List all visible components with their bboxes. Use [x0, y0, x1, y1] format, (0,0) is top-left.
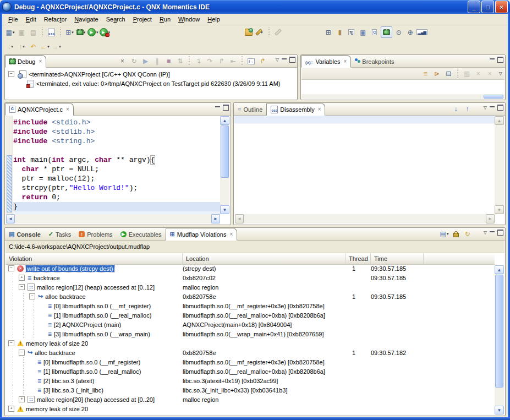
violation-row[interactable]: ≡[2] libc.so.3 (atexit)libc.so.3(atexit+… — [6, 376, 495, 385]
maximize-button[interactable]: □ — [481, 1, 494, 13]
code-area[interactable]: #include <stdio.h>#include <stdlib.h>#in… — [13, 116, 221, 215]
code-line[interactable] — [13, 146, 221, 155]
close-button[interactable]: × — [495, 1, 508, 13]
tab-debug[interactable]: Debug × — [5, 55, 46, 68]
show-type-names-icon[interactable]: ≡ — [420, 68, 431, 79]
collapse-all-icon[interactable]: ⊟ — [443, 68, 454, 79]
expander-icon[interactable]: + — [19, 275, 25, 281]
violation-row[interactable]: −∷malloc region[12] (heap) accessed at [… — [6, 282, 495, 292]
menu-file[interactable]: File — [4, 15, 22, 24]
expander-icon[interactable]: − — [8, 265, 14, 271]
back-icon[interactable]: ←▾ — [40, 41, 50, 52]
violation-row[interactable]: +∷malloc region[20] (heap) accessed at [… — [6, 395, 495, 404]
expander-icon[interactable]: + — [8, 406, 14, 412]
gather-memory-icon[interactable]: ▥ — [462, 68, 472, 79]
minimize-view-icon[interactable] — [282, 58, 287, 61]
resume-icon[interactable]: ▶ — [140, 56, 151, 67]
tab-disassembly[interactable]: Disassembly × — [266, 103, 325, 116]
column-location[interactable]: Location — [183, 253, 346, 264]
svn-perspective-icon[interactable]: ▮ — [334, 27, 345, 37]
code-line[interactable]: #include <stdio.h> — [13, 118, 221, 127]
menu-edit[interactable]: Edit — [22, 15, 40, 24]
debug-launch-icon[interactable]: ▾ — [76, 27, 86, 37]
print-icon[interactable]: ▤ — [28, 27, 39, 37]
editor-vscrollbar[interactable]: ▲ ▼ — [220, 116, 229, 214]
save-icon[interactable]: ▣ — [17, 27, 27, 37]
violation-row[interactable]: ≡[3] libc.so.3 (_init_libc)libc.so.3(_in… — [6, 385, 495, 395]
refresh-icon[interactable]: ↻ — [462, 229, 473, 239]
terminate-icon[interactable]: ■ — [163, 56, 174, 67]
code-line[interactable]: char * ptr = NULL; — [13, 165, 221, 174]
violation-row[interactable]: ≡[3] libmudflapth.so.0 (__wrap_main)libm… — [6, 329, 495, 339]
view-menu-icon[interactable]: ▽ — [484, 230, 487, 235]
violation-row[interactable]: ≡[1] libmudflapth.so.0 (__real_malloc)li… — [6, 367, 495, 376]
column-violation[interactable]: Violation — [6, 253, 183, 264]
forward-icon[interactable]: →▾ — [51, 41, 62, 52]
violation-row[interactable]: +!memory leak of size 20 — [6, 404, 495, 413]
violation-row[interactable]: ≡[2] AQNXCProject (main)AQNXCProject(mai… — [6, 320, 495, 329]
menu-navigate[interactable]: Navigate — [70, 15, 102, 24]
scrollbar-thumb[interactable] — [495, 275, 503, 388]
suspend-icon[interactable]: ∥ — [152, 56, 162, 67]
scroll-left-arrow[interactable]: ◄ — [6, 214, 15, 223]
code-editor[interactable]: #include <stdio.h>#include <stdlib.h>#in… — [6, 116, 230, 224]
resource-perspective-icon[interactable]: ▣ — [358, 27, 368, 37]
target-navigator-perspective-icon[interactable]: ⊕ — [405, 27, 415, 37]
scroll-right-arrow[interactable]: ► — [486, 214, 495, 223]
close-tab-icon[interactable]: × — [344, 58, 347, 64]
code-line[interactable]: } — [13, 202, 221, 211]
launch-config-icon[interactable]: ⊞▾ — [64, 27, 75, 37]
expander-icon[interactable]: − — [8, 71, 14, 77]
menu-project[interactable]: Project — [129, 15, 156, 24]
remove-all-terminated-icon[interactable]: × — [117, 56, 128, 67]
system-profiler-perspective-icon[interactable]: ▂▄▆ — [416, 27, 427, 37]
expander-icon[interactable]: − — [29, 293, 35, 299]
minimize-view-icon[interactable] — [490, 58, 495, 61]
qnx-info-perspective-icon[interactable]: ⊙ — [393, 27, 404, 37]
remove-all-icon[interactable]: × — [485, 68, 495, 79]
violation-row[interactable]: −×write out of bounds (strcpy dest)(strc… — [6, 264, 495, 273]
column-time[interactable]: Time — [371, 253, 424, 264]
step-into-icon[interactable]: ↴ — [193, 56, 204, 67]
close-tab-icon[interactable]: × — [318, 106, 321, 112]
tab-mudflap-violations[interactable]: ⊞Mudflap Violations× — [166, 228, 238, 241]
view-menu-icon[interactable]: ▽ — [276, 57, 279, 62]
scrollbar-thumb[interactable] — [221, 126, 229, 178]
previous-annotation-icon[interactable]: ↑▾ — [17, 41, 27, 52]
violation-row[interactable]: ≡[1] libmudflapth.so.0 (__real_malloc)li… — [6, 310, 495, 320]
step-return-icon[interactable]: ↱ — [216, 56, 227, 67]
scroll-right-arrow[interactable]: ► — [211, 214, 220, 223]
close-tab-icon[interactable]: × — [229, 231, 233, 237]
code-line[interactable]: #include <string.h> — [13, 137, 221, 146]
menu-refactor[interactable]: Refactor — [40, 15, 71, 24]
minimize-view-icon[interactable] — [490, 106, 495, 109]
scroll-down-arrow[interactable]: ▼ — [495, 406, 504, 414]
code-line[interactable]: int main(int argc, char ** argv){ — [13, 155, 221, 165]
tab-console[interactable]: ▤Console — [5, 228, 45, 240]
maximize-view-icon[interactable] — [497, 57, 503, 63]
tab-outline[interactable]: ≡ Outline — [234, 103, 266, 115]
use-step-filters-icon[interactable]: ↱ — [257, 56, 268, 67]
scroll-lock-icon[interactable] — [451, 229, 461, 239]
scrollbar-thumb[interactable] — [484, 95, 503, 99]
maximize-view-icon[interactable] — [223, 105, 229, 111]
binary-file-icon[interactable] — [46, 27, 57, 37]
disconnect-icon[interactable]: ⇅ — [175, 56, 185, 67]
c-editor-perspective-icon[interactable]: C — [369, 27, 380, 37]
violation-row[interactable]: −!memory leak of size 20 — [6, 339, 495, 348]
tab-problems[interactable]: !Problems — [75, 228, 116, 240]
close-tab-icon[interactable]: × — [66, 106, 69, 112]
scroll-left-arrow[interactable]: ◄ — [235, 214, 244, 223]
maximize-view-icon[interactable] — [289, 57, 295, 63]
view-menu-icon[interactable]: ▽ — [484, 105, 487, 110]
expander-icon[interactable]: − — [8, 340, 14, 346]
variables-content[interactable] — [301, 80, 504, 99]
expander-icon[interactable]: + — [19, 396, 25, 402]
step-over-icon[interactable]: ↷ — [205, 56, 215, 67]
violation-row[interactable]: −↪alloc backtrace0xb820758e109:30.57.182 — [6, 348, 495, 357]
pin-editor-icon[interactable] — [273, 27, 283, 37]
show-logical-structure-icon[interactable]: ⊳ — [432, 68, 442, 79]
tab-tasks[interactable]: ✓Tasks — [45, 228, 75, 240]
function-perspective-icon[interactable]: f() — [346, 27, 357, 37]
instruction-stepping-icon[interactable]: i→ — [246, 56, 256, 67]
